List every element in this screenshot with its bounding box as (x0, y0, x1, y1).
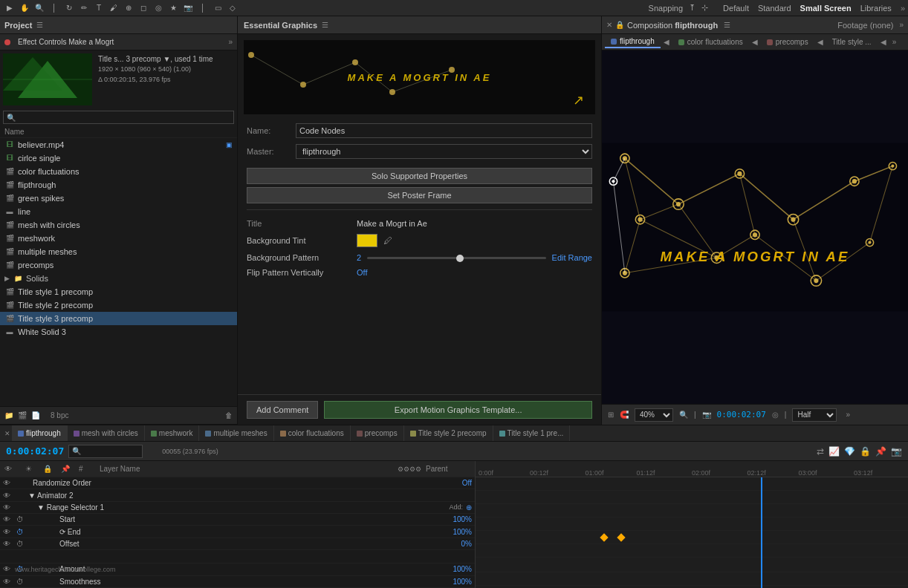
project-list[interactable]: 🎞 believer.mp4 ▣ 🎞 cirlce single 🎬 color… (0, 138, 237, 406)
new-folder-icon[interactable]: 📁 (4, 411, 13, 419)
edit-range-link[interactable]: Edit Range (552, 253, 592, 262)
keyframe[interactable] (600, 533, 608, 541)
mask-tool[interactable]: ◇ (226, 1, 239, 15)
puppet-tool[interactable]: ★ (166, 1, 180, 15)
comp-close-icon[interactable]: ✕ (606, 21, 612, 29)
list-item[interactable]: 🎬 green spikes (0, 192, 237, 205)
layer-vis-icon[interactable]: 👁 (3, 479, 13, 487)
layer-vis-icon[interactable]: 👁 (3, 578, 13, 586)
keyframe[interactable] (617, 533, 625, 541)
stopwatch-offset-icon[interactable]: ⏱ (16, 540, 27, 548)
workspace-more[interactable]: » (901, 4, 905, 13)
comp-tab-flipthrough[interactable]: flipthrough (605, 36, 661, 48)
new-comp-icon[interactable]: 🎬 (18, 411, 27, 419)
eraser-tool[interactable]: ◻ (137, 1, 150, 15)
workspace-standard[interactable]: Standard (758, 4, 791, 13)
comp-tab-title[interactable]: Title style ... (826, 36, 878, 48)
list-item[interactable]: 🎬 Title style 2 precomp (0, 298, 237, 312)
rotate-tool[interactable]: ↻ (62, 1, 76, 15)
list-item[interactable]: 🎬 meshwork (0, 232, 237, 245)
brush-tool[interactable]: 🖌 (107, 1, 120, 15)
tl-camera-icon[interactable]: 📷 (891, 446, 902, 457)
layer-value[interactable]: 100% (453, 528, 472, 536)
project-panel-menu[interactable]: ☰ (36, 21, 43, 29)
list-item[interactable]: 🎬 mesh with circles (0, 218, 237, 232)
list-item[interactable]: 🎞 believer.mp4 ▣ (0, 138, 237, 151)
tl-graph-icon[interactable]: 📈 (828, 446, 840, 457)
tl-tab-precomps[interactable]: precomps (351, 425, 404, 442)
list-item-folder[interactable]: ▶ 📁 Solids (0, 272, 237, 285)
tl-keyframe-icon[interactable]: 💎 (844, 446, 855, 457)
eg-bg-pattern-slider[interactable] (367, 257, 545, 259)
comp-tab-precomps[interactable]: precomps (761, 36, 814, 48)
trash-icon[interactable]: 🗑 (225, 411, 233, 419)
list-item[interactable]: 🎬 color fluctuations (0, 165, 237, 178)
workspace-small-screen[interactable]: Small Screen (800, 4, 852, 13)
slider-track[interactable] (367, 257, 545, 259)
layer-vis-icon[interactable]: 👁 (3, 491, 13, 500)
snapping-label[interactable]: Snapping (649, 4, 684, 13)
layer-value[interactable]: 100% (453, 515, 472, 523)
stopwatch-icon[interactable]: ⏱ (16, 515, 27, 523)
roto-tool[interactable]: ◎ (152, 1, 165, 15)
tl-tab-color-fluct[interactable]: color fluctuations (274, 425, 351, 442)
slider-thumb[interactable] (456, 255, 464, 262)
effect-controls-title[interactable]: Effect Controls Make a Mogrt (18, 38, 114, 46)
list-item[interactable]: 🎬 flipthrough (0, 178, 237, 192)
pen-tool[interactable]: ✏ (77, 1, 91, 15)
list-item[interactable]: 🎬 precomps (0, 258, 237, 272)
layer-vis-icon[interactable]: 👁 (3, 540, 13, 548)
comp-expand-icon[interactable]: » (846, 411, 850, 419)
footage-expand-icon[interactable]: » (899, 21, 904, 29)
more-tabs-icon[interactable]: » (892, 38, 897, 46)
tl-transfer-icon[interactable]: ⇄ (817, 446, 824, 457)
list-item[interactable]: 🎬 Title style 1 precomp (0, 285, 237, 298)
layer-vis-icon[interactable]: 👁 (3, 565, 13, 573)
workspace-default[interactable]: Default (723, 4, 749, 13)
comp-zoom-select[interactable]: 40% 50% 100% (635, 408, 673, 422)
text-tool[interactable]: T (92, 1, 106, 15)
layer-vis-icon[interactable]: 👁 (3, 503, 13, 512)
layer-value[interactable]: Off (462, 479, 472, 487)
tl-tab-flipthrough[interactable]: flipthrough (12, 425, 68, 442)
list-item-selected[interactable]: 🎬 Title style 3 precomp (0, 312, 237, 325)
select-tool[interactable]: ▶ (3, 1, 16, 15)
tl-tab-multiple-meshes[interactable]: multiple meshes (199, 425, 273, 442)
stopwatch-smooth-icon[interactable]: ⏱ (16, 578, 27, 586)
eg-bg-pattern-value[interactable]: 2 (357, 253, 361, 262)
hand-tool[interactable]: ✋ (18, 1, 31, 15)
list-item[interactable]: 🎞 cirlce single (0, 151, 237, 165)
layer-value[interactable]: 0% (461, 540, 472, 548)
add-button[interactable]: ⊕ (466, 503, 472, 512)
layer-value[interactable]: 100% (453, 565, 472, 573)
zoom-tool[interactable]: 🔍 (33, 1, 46, 15)
export-template-button[interactable]: Export Motion Graphics Template... (324, 401, 592, 419)
tl-tab-meshwork[interactable]: meshwork (145, 425, 200, 442)
layer-value[interactable]: 100% (453, 578, 472, 586)
timeline-tracks[interactable] (476, 477, 908, 588)
list-item[interactable]: ▬ line (0, 205, 237, 218)
shape-tool[interactable]: ▭ (211, 1, 224, 15)
tl-guide-icon[interactable]: 📌 (875, 446, 886, 457)
tl-lock-icon[interactable]: 🔒 (860, 446, 871, 457)
eg-menu-icon[interactable]: ☰ (322, 21, 328, 29)
comp-grid-icon[interactable]: ⊞ (608, 411, 614, 419)
eg-flip-value[interactable]: Off (357, 268, 367, 277)
comp-camera-icon[interactable]: 📷 (702, 411, 711, 419)
eg-master-select[interactable]: flipthrough (296, 144, 592, 159)
eg-name-input[interactable] (296, 123, 592, 138)
comp-menu-icon[interactable]: ☰ (724, 21, 730, 29)
layer-vis-icon[interactable]: 👁 (3, 515, 13, 523)
comp-snap-icon[interactable]: ◎ (772, 411, 779, 419)
project-search-input[interactable] (3, 111, 234, 124)
workspace-libraries[interactable]: Libraries (860, 4, 892, 13)
comp-magnet-icon[interactable]: 🧲 (620, 411, 629, 419)
tl-tab-title2[interactable]: Title style 2 precomp (404, 425, 493, 442)
stopwatch-end-icon[interactable]: ⏱ (16, 528, 27, 536)
tl-search-input[interactable] (68, 445, 143, 458)
new-item-icon[interactable]: 📄 (31, 411, 40, 419)
effect-controls-expand[interactable]: » (228, 38, 233, 46)
tl-tab-mesh-circles[interactable]: mesh with circles (68, 425, 145, 442)
eg-bg-tint-swatch[interactable] (357, 234, 377, 247)
camera-tool[interactable]: 📷 (181, 1, 195, 15)
